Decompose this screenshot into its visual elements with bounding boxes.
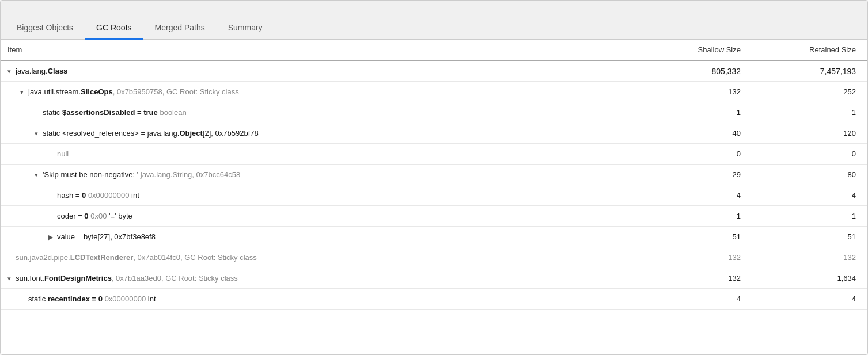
row-shallow: 51 bbox=[637, 230, 752, 243]
column-retained: Retained Size bbox=[752, 43, 867, 56]
table-row[interactable]: ▾ java.lang.Class 805,332 7,457,193 bbox=[1, 61, 867, 82]
main-container: Biggest Objects GC Roots Merged Paths Su… bbox=[0, 0, 868, 355]
tab-biggest-objects[interactable]: Biggest Objects bbox=[5, 17, 85, 40]
row-text: java.lang.Class bbox=[16, 67, 67, 75]
row-item-content: coder = 0 0x00 '≡' byte bbox=[1, 209, 637, 223]
row-retained: 4 bbox=[752, 292, 867, 306]
table-header: Item Shallow Size Retained Size bbox=[1, 40, 867, 61]
row-shallow: 132 bbox=[637, 251, 752, 264]
row-text: hash = 0 0x00000000 int bbox=[57, 191, 139, 200]
table-row[interactable]: sun.java2d.pipe.LCDTextRenderer, 0x7ab01… bbox=[1, 247, 867, 268]
table-row[interactable]: ▾ sun.font.FontDesignMetrics, 0x7b1aa3ed… bbox=[1, 268, 867, 289]
row-text: 'Skip must be non-negative: ' java.lang.… bbox=[43, 170, 240, 179]
row-retained: 120 bbox=[752, 127, 867, 140]
row-shallow: 805,332 bbox=[637, 64, 752, 78]
row-item-content: ▾ static <resolved_references> = java.la… bbox=[1, 127, 637, 140]
row-item-content: static $assertionsDisabled = true boolea… bbox=[1, 106, 637, 119]
row-shallow: 0 bbox=[637, 147, 752, 161]
row-text: java.util.stream.SliceOps, 0x7b5950758, … bbox=[28, 87, 239, 96]
row-shallow: 29 bbox=[637, 168, 752, 181]
row-shallow: 40 bbox=[637, 127, 752, 140]
tab-summary[interactable]: Summary bbox=[217, 17, 274, 40]
row-retained: 7,457,193 bbox=[752, 64, 867, 78]
row-shallow: 132 bbox=[637, 85, 752, 98]
row-retained: 0 bbox=[752, 147, 867, 161]
column-shallow: Shallow Size bbox=[637, 43, 752, 56]
toggle-icon[interactable]: ▾ bbox=[18, 88, 26, 96]
column-item: Item bbox=[1, 43, 637, 56]
row-text: sun.font.FontDesignMetrics, 0x7b1aa3ed0,… bbox=[16, 274, 238, 283]
row-text: static <resolved_references> = java.lang… bbox=[43, 129, 259, 138]
table-row[interactable]: coder = 0 0x00 '≡' byte 1 1 bbox=[1, 206, 867, 227]
row-text: null bbox=[57, 150, 69, 158]
row-shallow: 4 bbox=[637, 292, 752, 306]
row-shallow: 132 bbox=[637, 272, 752, 285]
row-text: value = byte[27], 0x7bf3e8ef8 bbox=[57, 232, 156, 241]
table-row[interactable]: hash = 0 0x00000000 int 4 4 bbox=[1, 185, 867, 206]
toggle-icon[interactable]: ▾ bbox=[5, 274, 13, 283]
row-retained: 4 bbox=[752, 189, 867, 202]
row-text: static recentIndex = 0 0x00000000 int bbox=[28, 295, 156, 303]
row-shallow: 4 bbox=[637, 189, 752, 202]
table-row[interactable]: static recentIndex = 0 0x00000000 int 4 … bbox=[1, 289, 867, 310]
row-item-content: ▶ value = byte[27], 0x7bf3e8ef8 bbox=[1, 230, 637, 243]
row-retained: 1 bbox=[752, 209, 867, 223]
row-retained: 252 bbox=[752, 85, 867, 98]
row-text: coder = 0 0x00 '≡' byte bbox=[57, 212, 132, 220]
row-retained: 51 bbox=[752, 230, 867, 243]
row-text: sun.java2d.pipe.LCDTextRenderer, 0x7ab01… bbox=[16, 253, 257, 262]
row-item-content: static recentIndex = 0 0x00000000 int bbox=[1, 292, 637, 306]
toggle-icon[interactable]: ▾ bbox=[5, 67, 13, 75]
table-body: ▾ java.lang.Class 805,332 7,457,193 ▾ ja… bbox=[1, 61, 867, 310]
row-item-content: sun.java2d.pipe.LCDTextRenderer, 0x7ab01… bbox=[1, 251, 637, 264]
row-text: static $assertionsDisabled = true boolea… bbox=[43, 108, 187, 117]
toggle-icon[interactable]: ▾ bbox=[32, 129, 40, 138]
tab-bar: Biggest Objects GC Roots Merged Paths Su… bbox=[1, 1, 867, 40]
row-item-content: ▾ java.util.stream.SliceOps, 0x7b5950758… bbox=[1, 85, 637, 98]
row-retained: 80 bbox=[752, 168, 867, 181]
row-item-content: ▾ 'Skip must be non-negative: ' java.lan… bbox=[1, 168, 637, 181]
table-row[interactable]: ▾ 'Skip must be non-negative: ' java.lan… bbox=[1, 165, 867, 185]
tab-gc-roots[interactable]: GC Roots bbox=[85, 17, 143, 40]
row-retained: 1 bbox=[752, 106, 867, 119]
table-row[interactable]: ▶ value = byte[27], 0x7bf3e8ef8 51 51 bbox=[1, 227, 867, 247]
row-item-content: ▾ sun.font.FontDesignMetrics, 0x7b1aa3ed… bbox=[1, 272, 637, 285]
tab-merged-paths[interactable]: Merged Paths bbox=[143, 17, 217, 40]
toggle-icon[interactable]: ▾ bbox=[32, 171, 40, 179]
table-row[interactable]: ▾ java.util.stream.SliceOps, 0x7b5950758… bbox=[1, 82, 867, 102]
row-item-content: null bbox=[1, 147, 637, 161]
table-row[interactable]: static $assertionsDisabled = true boolea… bbox=[1, 102, 867, 123]
row-shallow: 1 bbox=[637, 106, 752, 119]
row-shallow: 1 bbox=[637, 209, 752, 223]
row-item-content: ▾ java.lang.Class bbox=[1, 64, 637, 78]
row-retained: 132 bbox=[752, 251, 867, 264]
table-row[interactable]: ▾ static <resolved_references> = java.la… bbox=[1, 123, 867, 144]
table-row[interactable]: null 0 0 bbox=[1, 144, 867, 165]
row-item-content: hash = 0 0x00000000 int bbox=[1, 189, 637, 202]
toggle-icon[interactable]: ▶ bbox=[47, 233, 55, 241]
row-retained: 1,634 bbox=[752, 272, 867, 285]
